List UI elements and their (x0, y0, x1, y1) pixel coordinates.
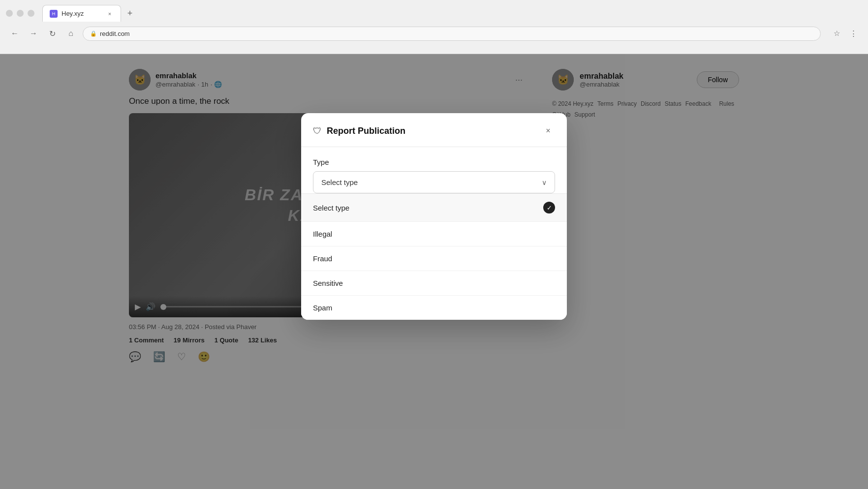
report-modal: 🛡 Report Publication × Type Select type … (301, 113, 567, 320)
dropdown-item-sensitive[interactable]: Sensitive (301, 271, 567, 296)
chevron-down-icon: ∨ (542, 179, 547, 186)
page-background: 🐱 emrahablak @emrahablak · 1h · 🌐 ··· On… (0, 54, 868, 489)
nav-forward-btn[interactable]: → (27, 27, 40, 40)
dropdown-item-label: Spam (313, 304, 332, 312)
url-bar[interactable]: 🔒 reddit.com (83, 27, 821, 41)
dropdown-item-fraud[interactable]: Fraud (301, 246, 567, 271)
window-minimize-btn[interactable] (17, 10, 24, 17)
modal-overlay[interactable]: 🛡 Report Publication × Type Select type … (0, 54, 868, 489)
address-bar: ← → ↻ ⌂ 🔒 reddit.com ☆ ⋮ (0, 23, 868, 44)
dropdown-item-select-type[interactable]: Select type ✓ (301, 194, 567, 222)
selected-check-icon: ✓ (543, 202, 555, 214)
window-close-btn[interactable] (6, 10, 13, 17)
tab-favicon: H (50, 10, 58, 18)
tab-close-btn[interactable]: × (106, 10, 114, 18)
dropdown-item-illegal[interactable]: Illegal (301, 222, 567, 246)
modal-title: Report Publication (327, 126, 536, 136)
browser-menu-btn[interactable]: ⋮ (846, 27, 860, 40)
browser-chrome: H Hey.xyz × + ← → ↻ ⌂ 🔒 reddit.com ☆ ⋮ (0, 0, 868, 54)
dropdown-item-label: Select type (313, 204, 349, 212)
dropdown-item-label: Illegal (313, 230, 332, 238)
browser-actions: ☆ ⋮ (830, 27, 860, 40)
modal-header: 🛡 Report Publication × (301, 113, 567, 147)
url-lock-icon: 🔒 (90, 31, 97, 37)
type-select-box[interactable]: Select type ∨ (313, 171, 555, 193)
type-field-label: Type (313, 158, 555, 166)
dropdown-item-spam[interactable]: Spam (301, 296, 567, 320)
dropdown-item-label: Fraud (313, 254, 332, 263)
bookmark-btn[interactable]: ☆ (830, 27, 843, 40)
modal-close-btn[interactable]: × (541, 124, 555, 138)
window-controls (6, 10, 34, 17)
browser-tab[interactable]: H Hey.xyz × (42, 5, 121, 22)
modal-body: Type Select type ∨ (301, 147, 567, 193)
nav-back-btn[interactable]: ← (8, 27, 22, 40)
window-maximize-btn[interactable] (28, 10, 34, 17)
nav-reload-btn[interactable]: ↻ (45, 27, 59, 40)
nav-home-btn[interactable]: ⌂ (64, 27, 78, 40)
new-tab-btn[interactable]: + (123, 6, 137, 20)
url-text: reddit.com (100, 30, 130, 37)
shield-icon: 🛡 (313, 126, 322, 136)
tab-bar: H Hey.xyz × + (0, 0, 868, 23)
dropdown-item-label: Sensitive (313, 279, 343, 287)
select-placeholder: Select type (321, 178, 358, 186)
type-dropdown: Select type ✓ Illegal Fraud Sensitive Sp… (301, 193, 567, 320)
tab-title: Hey.xyz (62, 10, 84, 17)
